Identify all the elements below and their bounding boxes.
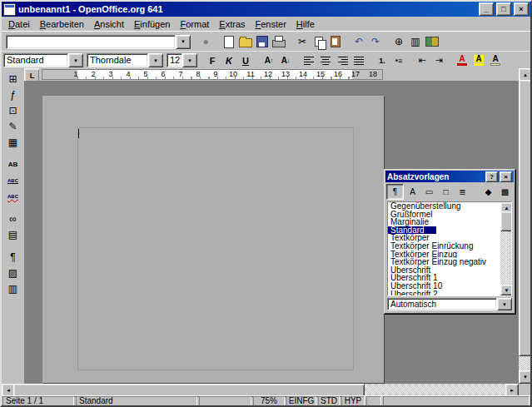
print-button[interactable] <box>271 33 287 50</box>
autospellcheck-button[interactable]: ABC <box>4 188 22 204</box>
menu-fenster[interactable]: Fenster <box>251 18 291 30</box>
list-scroll-down-icon[interactable]: ▼ <box>500 285 512 295</box>
numbering-styles-button[interactable]: ≣ <box>455 185 470 199</box>
menu-hilfe[interactable]: Hilfe <box>291 18 320 30</box>
style-list-item[interactable]: Überschrift 2 <box>388 290 497 296</box>
horizontal-scrollbar[interactable]: ◄ ► <box>2 384 519 395</box>
style-filter-combobox[interactable]: Automatisch ▼ <box>387 298 512 310</box>
stylist-title-bar[interactable]: Absatzvorlagen ? × <box>385 171 514 182</box>
font-dropdown-icon[interactable]: ▼ <box>148 53 163 67</box>
undo-button[interactable]: ↶ <box>351 33 367 50</box>
paragraph-style-value[interactable]: Standard <box>3 53 68 67</box>
style-list-item[interactable]: Überschrift 10 <box>388 282 497 290</box>
style-list-item[interactable]: Grußformel <box>388 211 497 219</box>
bullet-list-button[interactable]: •≡ <box>390 52 407 69</box>
insert-object-button[interactable]: ⊡ <box>4 102 22 118</box>
url-dropdown-icon[interactable]: ▼ <box>176 35 191 49</box>
insert-button[interactable]: ⊞ <box>4 71 22 87</box>
menu-einfuegen[interactable]: Einfügen <box>129 18 175 30</box>
decrease-indent-button[interactable]: ⇤ <box>414 52 430 69</box>
align-left-button[interactable] <box>301 52 317 69</box>
redo-button[interactable]: ↷ <box>367 33 384 50</box>
size-dropdown-icon[interactable]: ▼ <box>182 53 197 67</box>
vertical-scroll-thumb[interactable] <box>519 80 532 356</box>
status-selection-mode[interactable]: STD <box>318 396 340 406</box>
form-functions-button[interactable]: ▦ <box>4 134 22 150</box>
paragraph-styles-button[interactable]: ¶ <box>386 184 404 200</box>
menu-format[interactable]: Format <box>175 18 214 30</box>
style-list-item-selected[interactable]: Standard <box>388 226 436 235</box>
online-layout-button[interactable]: ▥ <box>4 280 22 296</box>
highlighting-button[interactable]: A <box>470 52 487 69</box>
style-list-item[interactable]: Textkörper Einrückung <box>388 242 497 251</box>
gallery-button[interactable] <box>424 33 440 50</box>
scroll-down-icon[interactable]: ▼ <box>519 370 532 384</box>
style-filter-dropdown-icon[interactable]: ▼ <box>497 298 512 310</box>
style-list-item[interactable]: Überschrift <box>388 266 497 275</box>
style-filter-value[interactable]: Automatisch <box>387 298 497 310</box>
superscript-button[interactable]: A↑ <box>261 52 277 69</box>
font-size-combobox[interactable]: 12 ▼ <box>167 53 197 67</box>
vertical-scrollbar[interactable]: ▲ ▼ <box>519 68 530 384</box>
title-bar[interactable]: unbenannt1 - OpenOffice.org 641 _ □ × <box>2 2 530 17</box>
maximize-button[interactable]: □ <box>496 2 511 16</box>
style-list-item[interactable]: Textkörper Einzug <box>388 251 497 259</box>
horizontal-ruler[interactable]: 1 2 3 4 5 6 7 8 9 10 11 12 13 14 15 16 1… <box>39 68 519 81</box>
status-hyperlink-mode[interactable]: HYP <box>341 396 365 406</box>
fill-format-mode-button[interactable]: ◆ <box>480 185 496 199</box>
style-list-item[interactable]: Textkörper <box>388 234 497 242</box>
font-name-combobox[interactable]: Thorndale ▼ <box>87 53 163 67</box>
url-field[interactable] <box>6 35 176 49</box>
new-style-from-selection-button[interactable]: ▩ <box>497 185 513 199</box>
frame-styles-button[interactable]: ▭ <box>421 185 437 199</box>
increase-indent-button[interactable]: ⇥ <box>430 52 447 69</box>
align-center-button[interactable] <box>317 52 334 69</box>
document-page[interactable] <box>42 96 384 383</box>
save-button[interactable] <box>254 33 271 50</box>
background-color-button[interactable]: A <box>487 52 504 69</box>
stylist-help-icon[interactable]: ? <box>485 171 498 182</box>
menu-extras[interactable]: Extras <box>214 18 250 30</box>
stylist-button[interactable]: ▥ <box>407 33 424 50</box>
autotext-button[interactable]: AB <box>4 156 22 172</box>
status-zoom[interactable]: 75% <box>253 396 285 406</box>
bold-button[interactable]: F <box>204 52 221 69</box>
italic-button[interactable]: K <box>221 52 237 69</box>
underline-button[interactable]: U <box>237 52 254 69</box>
status-page-style[interactable]: Standard <box>76 396 197 406</box>
style-list-item[interactable]: Überschrift 1 <box>388 274 497 282</box>
nonprinting-characters-button[interactable]: ¶ <box>4 249 22 265</box>
stop-button[interactable]: ● <box>197 33 214 50</box>
stylist-close-icon[interactable]: × <box>500 171 512 182</box>
menu-ansicht[interactable]: Ansicht <box>89 18 129 30</box>
paste-button[interactable] <box>327 33 344 50</box>
list-scroll-thumb[interactable] <box>500 211 512 231</box>
copy-button[interactable] <box>311 33 327 50</box>
style-list-item[interactable]: Textkörper Einzug negativ <box>388 258 497 266</box>
style-list-item[interactable]: Gegenüberstellung <box>388 202 497 211</box>
data-sources-button[interactable]: ▤ <box>4 226 22 242</box>
character-styles-button[interactable]: A <box>405 185 420 199</box>
ruler-strip[interactable]: 1 2 3 4 5 6 7 8 9 10 11 12 13 14 15 16 1… <box>42 69 383 80</box>
spellcheck-button[interactable]: ABC <box>4 172 22 188</box>
subscript-button[interactable]: A↓ <box>277 52 294 69</box>
numbered-list-button[interactable]: 1. <box>374 52 390 69</box>
graphics-toggle-button[interactable]: ▨ <box>4 265 22 280</box>
cut-button[interactable]: ✂ <box>294 33 311 50</box>
navigator-button[interactable]: ⊕ <box>390 33 407 50</box>
style-list-item[interactable]: Marginalie <box>388 218 497 226</box>
align-justify-button[interactable] <box>351 52 367 69</box>
page-styles-button[interactable]: □ <box>438 185 454 199</box>
minimize-button[interactable]: _ <box>479 2 494 16</box>
url-combobox[interactable]: ▼ <box>6 35 191 49</box>
close-button[interactable]: × <box>514 2 529 16</box>
style-list-scrollbar[interactable]: ▲ ▼ <box>500 202 511 295</box>
style-dropdown-icon[interactable]: ▼ <box>68 53 83 67</box>
menu-bearbeiten[interactable]: Bearbeiten <box>35 18 89 30</box>
find-replace-button[interactable]: ∞ <box>4 211 22 226</box>
open-button[interactable] <box>237 33 254 50</box>
font-name-value[interactable]: Thorndale <box>87 53 148 67</box>
font-size-value[interactable]: 12 <box>167 53 182 67</box>
font-color-button[interactable]: A <box>454 52 470 69</box>
draw-functions-button[interactable]: ✎ <box>4 118 22 134</box>
